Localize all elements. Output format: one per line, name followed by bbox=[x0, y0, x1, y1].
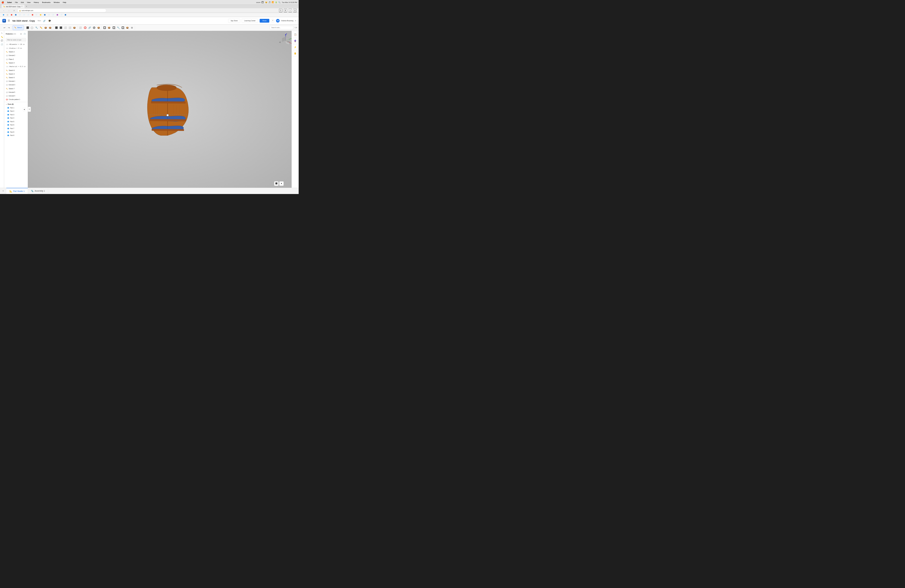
tool-modify-5[interactable]: 📦▾ bbox=[96, 25, 101, 30]
feature-sketch2[interactable]: ✏️ Sketch 2 bbox=[4, 50, 28, 54]
tool-view-5[interactable]: 🔲▾ bbox=[121, 25, 125, 30]
undo-button[interactable]: ↩ bbox=[2, 25, 6, 30]
tool-btn-4[interactable]: ✏️ bbox=[39, 25, 43, 30]
redo-button[interactable]: ↪ bbox=[6, 25, 11, 30]
bookmark-2[interactable]: 📋 bbox=[6, 13, 9, 16]
part-item-8[interactable]: 🔷 Part 8 bbox=[4, 130, 28, 134]
sketch-button[interactable]: ✏️ Sketch bbox=[13, 25, 24, 30]
tab-overview-button[interactable]: ⊡ bbox=[293, 9, 297, 12]
app-store-button[interactable]: App Store bbox=[229, 19, 240, 23]
tool-btn-3[interactable]: 🔧 bbox=[35, 25, 39, 30]
mini-tool-cursor[interactable]: ↖ bbox=[0, 32, 3, 35]
reload-button[interactable]: ↻ bbox=[279, 9, 283, 12]
view-control-1[interactable]: ⬛ bbox=[274, 181, 279, 186]
tool-plane-3[interactable]: ⬜ bbox=[63, 25, 68, 30]
filter-input[interactable] bbox=[6, 38, 26, 41]
bookmark-13[interactable]: 📄 bbox=[51, 13, 55, 16]
hamburger-menu[interactable]: ☰ bbox=[8, 19, 10, 22]
apple-menu[interactable]: 🍎 bbox=[2, 1, 4, 3]
user-name[interactable]: Andrew Bruening bbox=[281, 20, 294, 22]
bookmark-10[interactable]: 🟡 bbox=[39, 13, 43, 16]
sidebar-history-button[interactable]: 🕐 bbox=[23, 32, 26, 35]
bookmark-14[interactable]: 🟣 bbox=[56, 13, 59, 16]
help-button[interactable]: ? bbox=[271, 19, 275, 22]
feature-extrude3[interactable]: ⬜ Extrude 3 bbox=[4, 83, 28, 87]
right-panel-btn-2[interactable]: 🔮 bbox=[292, 38, 298, 43]
menu-bookmarks[interactable]: Bookmarks bbox=[41, 1, 51, 3]
viewport-expand-btn[interactable]: ☰ bbox=[28, 107, 31, 112]
feature-extrude1[interactable]: ⬜ Extrude 1 bbox=[4, 79, 28, 83]
user-avatar[interactable]: AB bbox=[276, 19, 279, 22]
feature-extrude2[interactable]: ⬜ Extrude 2 bbox=[4, 54, 28, 57]
bookmark-16[interactable]: 🔵 bbox=[64, 13, 67, 16]
bookmark-15[interactable]: 📄 bbox=[60, 13, 63, 16]
part-item-4[interactable]: 🔷 Part 4 bbox=[4, 116, 28, 120]
share-button[interactable]: ⬆ bbox=[284, 9, 287, 12]
tool-view-2[interactable]: 📦 bbox=[107, 25, 112, 30]
bookmark-3[interactable]: 🔴 bbox=[10, 13, 13, 16]
tool-view-7[interactable]: ⊞ bbox=[130, 25, 134, 30]
menu-help[interactable]: Help bbox=[62, 1, 67, 3]
parts-section-header[interactable]: ▼ Parts (9) bbox=[4, 102, 28, 106]
tool-view-4[interactable]: 🔧▾ bbox=[116, 25, 121, 30]
feature-circular-pattern[interactable]: ⭕ Circular pattern 1 bbox=[4, 98, 28, 101]
feature-sketch6[interactable]: ✏️ Sketch 6 bbox=[4, 68, 28, 72]
sidebar-expand-button[interactable]: ◀ bbox=[23, 107, 25, 111]
menu-file[interactable]: File bbox=[14, 1, 19, 3]
address-bar[interactable]: 🔒 cad.onshape.com bbox=[17, 9, 106, 12]
bookmark-1[interactable]: 🔷 bbox=[2, 13, 5, 16]
menu-safari[interactable]: Safari bbox=[6, 1, 13, 3]
tab-close[interactable]: ✕ bbox=[21, 6, 22, 7]
tool-btn-1[interactable]: ⬛ bbox=[25, 25, 30, 30]
part-item-3[interactable]: 🔷 Part 3 bbox=[4, 113, 28, 116]
tool-plane-4[interactable]: ⬜ bbox=[68, 25, 72, 30]
feature-extrude5[interactable]: ⬜ Extrude 5 bbox=[4, 91, 28, 94]
viewport[interactable]: Z X Y Right bbox=[28, 31, 292, 188]
tab-part-studio[interactable]: 📐 Part Studio 1 bbox=[6, 188, 28, 194]
feature-plane2[interactable]: ⬜ Plane 2 bbox=[4, 57, 28, 61]
tool-plane-2[interactable]: ⬛ bbox=[59, 25, 63, 30]
browser-tab-active[interactable]: 📐 fab 3324 stand - Copy ✕ bbox=[2, 5, 25, 8]
bookmark-7[interactable]: 📄 bbox=[26, 13, 30, 16]
feature-sketch5[interactable]: ✏️ Sketch 5 bbox=[4, 76, 28, 79]
tool-view-6[interactable]: 📦▾ bbox=[125, 25, 130, 30]
tool-modify-1[interactable]: ⬜ bbox=[78, 25, 83, 30]
search-icon[interactable]: 🔍 bbox=[278, 1, 280, 3]
tool-plane-5[interactable]: 📦 bbox=[72, 25, 77, 30]
feature-extrude4[interactable]: ⬜ Extrude 4 bbox=[4, 94, 28, 98]
feature-sketch7[interactable]: ✏️ Sketch 7 bbox=[4, 87, 28, 91]
menu-view[interactable]: View bbox=[26, 1, 31, 3]
menu-window[interactable]: Window bbox=[53, 1, 60, 3]
new-tab-button[interactable]: + bbox=[25, 5, 29, 8]
right-panel-btn-1[interactable]: 📋 bbox=[292, 32, 298, 37]
branch-label[interactable]: Main bbox=[38, 20, 41, 22]
forward-button[interactable]: › bbox=[7, 9, 11, 12]
bookmark-12[interactable]: 📄 bbox=[47, 13, 51, 16]
link-icon[interactable]: 🔗 bbox=[43, 19, 46, 22]
bookmark-8[interactable]: 🔴 bbox=[30, 13, 34, 16]
variable-diameter[interactable]: (x) #Diameter = 18 in bbox=[4, 43, 28, 46]
mini-tool-measure[interactable]: 📏 bbox=[0, 35, 3, 39]
tool-view-1[interactable]: 🔲 bbox=[103, 25, 107, 30]
bookmark-6[interactable]: 📄 bbox=[22, 13, 26, 16]
menu-edit[interactable]: Edit bbox=[20, 1, 25, 3]
part-item-6[interactable]: 🔷 Part 6 bbox=[4, 123, 28, 127]
variable-material[interactable]: (x) #material = 0.5 in bbox=[4, 65, 28, 68]
tool-modify-3[interactable]: 🔗 bbox=[87, 25, 92, 30]
bookmark-11[interactable]: 🔵 bbox=[43, 13, 47, 16]
user-dropdown-arrow[interactable]: ▼ bbox=[295, 20, 296, 21]
learning-center-button[interactable]: Learning Center bbox=[242, 19, 258, 23]
view-cube[interactable]: Z X Y Right bbox=[278, 33, 290, 45]
graduation-icon[interactable]: 🎓 bbox=[48, 19, 51, 22]
search-tools-input[interactable] bbox=[270, 26, 293, 29]
bookmark-5[interactable]: 📄 bbox=[18, 13, 22, 16]
menu-history[interactable]: History bbox=[33, 1, 40, 3]
part-item-5[interactable]: 🔷 Part 5 bbox=[4, 120, 28, 123]
tool-plane-1[interactable]: ⬛ bbox=[54, 25, 59, 30]
variable-radius[interactable]: (x) #radius = 9 in bbox=[4, 46, 28, 50]
bookmark-9[interactable]: 📄 bbox=[35, 13, 38, 16]
tab-assembly[interactable]: 🔩 Assembly 1 bbox=[28, 188, 48, 194]
add-tab-button[interactable]: + bbox=[0, 188, 6, 194]
mini-tool-comment[interactable]: 💬 bbox=[0, 39, 3, 43]
tool-modify-4[interactable]: 🔘 bbox=[92, 25, 96, 30]
